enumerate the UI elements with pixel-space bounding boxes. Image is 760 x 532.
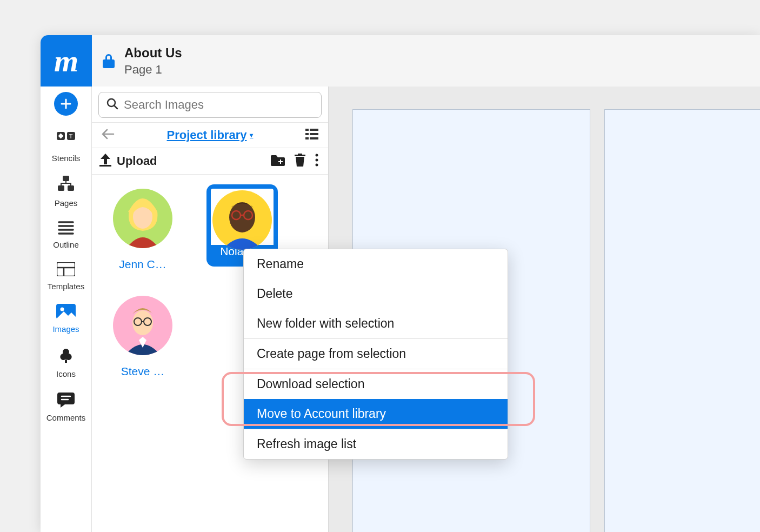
svg-rect-8 — [57, 262, 75, 276]
page-title: About Us — [124, 45, 182, 61]
sidebar-item-images[interactable]: Images — [41, 298, 91, 341]
lock-icon — [103, 54, 115, 68]
sidebar-item-label: Images — [52, 324, 79, 334]
app-logo[interactable]: m — [41, 35, 92, 87]
svg-rect-5 — [63, 176, 69, 181]
image-tile[interactable]: Jenn C… — [99, 184, 186, 271]
new-folder-icon[interactable] — [271, 154, 285, 168]
sidebar-item-label: Outline — [53, 240, 79, 249]
ctx-rename[interactable]: Rename — [244, 249, 508, 279]
svg-point-31 — [132, 310, 153, 335]
context-menu: Rename Delete New folder with selection … — [243, 249, 508, 460]
svg-rect-16 — [305, 129, 309, 131]
search-box[interactable] — [98, 92, 322, 118]
svg-rect-21 — [310, 137, 318, 139]
upload-icon — [99, 154, 111, 169]
svg-rect-22 — [99, 165, 111, 167]
ctx-move-to-account[interactable]: Move to Account library — [244, 399, 508, 429]
sidebar-item-outline[interactable]: Outline — [41, 215, 91, 257]
sidebar: T Stencils Pages Outline Te — [41, 87, 92, 532]
add-button[interactable] — [54, 92, 78, 116]
title-bar: m About Us Page 1 — [41, 35, 760, 87]
ctx-download[interactable]: Download selection — [244, 369, 508, 399]
sidebar-item-label: Comments — [46, 413, 86, 422]
templates-icon — [57, 262, 75, 278]
avatar — [212, 190, 272, 250]
svg-rect-13 — [65, 360, 67, 363]
svg-point-23 — [316, 154, 318, 157]
library-row: Project library ▾ — [92, 123, 328, 148]
sidebar-item-comments[interactable]: Comments — [41, 386, 91, 430]
delete-icon[interactable] — [295, 154, 305, 169]
app-logo-glyph: m — [54, 43, 78, 79]
outline-icon — [58, 221, 74, 237]
svg-rect-7 — [68, 185, 74, 191]
view-toggle-button[interactable] — [305, 129, 318, 142]
search-input[interactable] — [124, 98, 314, 112]
library-dropdown[interactable]: Project library ▾ — [167, 128, 254, 142]
svg-point-12 — [61, 308, 64, 311]
comments-icon — [57, 391, 75, 410]
ctx-new-folder[interactable]: New folder with selection — [244, 309, 508, 338]
svg-point-25 — [316, 164, 318, 167]
svg-text:T: T — [69, 133, 73, 139]
image-name: Steve … — [121, 365, 165, 378]
image-tile[interactable]: Steve … — [99, 291, 186, 378]
svg-rect-17 — [310, 129, 318, 131]
upload-button[interactable]: Upload — [117, 154, 157, 168]
images-icon — [56, 304, 76, 321]
caret-down-icon: ▾ — [250, 131, 253, 139]
page-subtitle: Page 1 — [124, 63, 182, 77]
more-icon[interactable] — [315, 154, 318, 169]
svg-point-24 — [316, 159, 318, 162]
search-icon — [106, 98, 118, 112]
sidebar-item-templates[interactable]: Templates — [41, 257, 91, 298]
sidebar-item-label: Pages — [55, 198, 78, 208]
sidebar-item-pages[interactable]: Pages — [41, 170, 91, 215]
back-arrow-icon[interactable] — [102, 129, 115, 142]
image-name: Jenn C… — [119, 258, 166, 271]
svg-rect-18 — [305, 133, 309, 135]
avatar — [113, 296, 172, 355]
sidebar-item-stencils[interactable]: T Stencils — [41, 127, 91, 170]
upload-row: Upload — [92, 148, 328, 175]
pages-icon — [57, 176, 75, 195]
ctx-delete[interactable]: Delete — [244, 279, 508, 309]
title-info: About Us Page 1 — [92, 35, 182, 87]
canvas-element[interactable] — [604, 109, 760, 532]
sidebar-item-label: Stencils — [52, 154, 81, 163]
ctx-create-page[interactable]: Create page from selection — [244, 338, 508, 369]
sidebar-item-label: Templates — [48, 282, 84, 291]
sidebar-item-label: Icons — [56, 369, 76, 378]
avatar — [113, 189, 172, 248]
svg-rect-6 — [58, 185, 64, 191]
svg-line-15 — [114, 105, 117, 109]
svg-rect-19 — [310, 133, 318, 135]
ctx-refresh[interactable]: Refresh image list — [244, 429, 508, 459]
svg-rect-20 — [305, 137, 309, 139]
library-label: Project library — [167, 128, 247, 142]
icons-icon — [57, 347, 75, 366]
stencils-icon: T — [57, 132, 75, 150]
sidebar-item-icons[interactable]: Icons — [41, 341, 91, 386]
